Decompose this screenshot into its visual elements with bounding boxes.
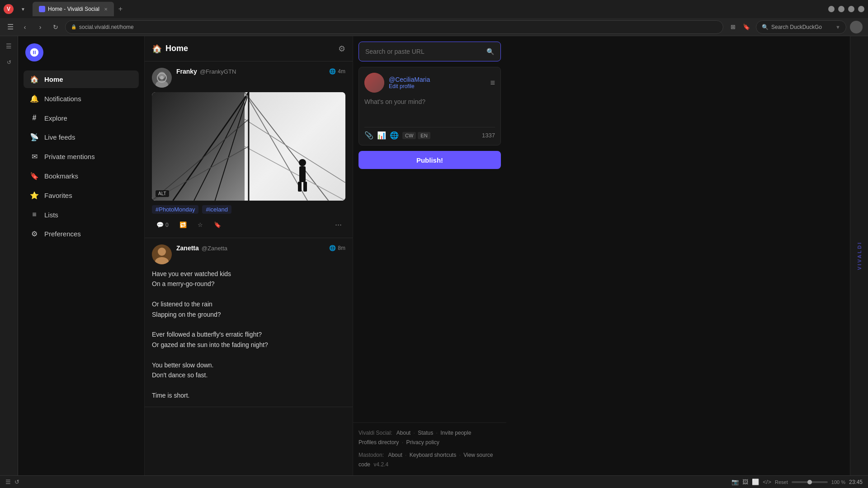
nav-item-lists[interactable]: ≡ Lists bbox=[24, 206, 139, 223]
sidebar-toggle-btn[interactable]: ☰ bbox=[5, 22, 15, 32]
menu-btn[interactable]: ▼ bbox=[17, 3, 29, 15]
profile-avatar-nav[interactable] bbox=[850, 21, 863, 33]
privacy-policy-link[interactable]: Privacy policy bbox=[406, 439, 439, 446]
more-btn-franky[interactable]: ··· bbox=[331, 218, 345, 231]
status-code-icon[interactable]: </> bbox=[763, 479, 771, 485]
compose-user-info: @CeciliaMaria Edit profile bbox=[389, 76, 486, 89]
restore-btn[interactable] bbox=[838, 6, 844, 12]
post-text-zanetta: Have you ever watched kids On a merry-go… bbox=[152, 269, 345, 400]
compose-edit-profile-link[interactable]: Edit profile bbox=[389, 83, 486, 89]
address-bar[interactable]: 🔒 social.vivaldi.net/home bbox=[65, 20, 723, 34]
feed-options-btn[interactable]: ⚙ bbox=[338, 44, 345, 54]
status-screenshot-icon[interactable]: 📷 bbox=[731, 479, 739, 485]
bookmarks-icon: 🔖 bbox=[30, 172, 39, 180]
search-panel[interactable]: 🔍 bbox=[359, 42, 501, 61]
nav-item-bookmarks[interactable]: 🔖 Bookmarks bbox=[24, 167, 139, 185]
poll-btn[interactable]: 📊 bbox=[377, 131, 386, 140]
avatar-franky[interactable] bbox=[152, 68, 172, 88]
nav-item-preferences-label: Preferences bbox=[44, 230, 81, 238]
compose-menu-btn[interactable]: ≡ bbox=[490, 78, 495, 88]
back-btn[interactable]: ‹ bbox=[19, 21, 31, 33]
alt-badge[interactable]: ALT bbox=[156, 190, 169, 197]
status-time: 23:45 bbox=[849, 479, 863, 485]
app-logo bbox=[25, 43, 43, 61]
mastodon-about-link[interactable]: About bbox=[388, 452, 402, 458]
profiles-directory-link[interactable]: Profiles directory bbox=[359, 439, 399, 446]
compose-text-input[interactable] bbox=[364, 98, 495, 125]
reply-icon: 💬 bbox=[156, 221, 164, 228]
zoom-control[interactable] bbox=[792, 481, 828, 483]
vivaldi-sidebar: VIVALDI bbox=[850, 36, 868, 475]
nav-item-live-feeds[interactable]: 📡 Live feeds bbox=[24, 128, 139, 146]
nav-item-notifications[interactable]: 🔔 Notifications bbox=[24, 90, 139, 108]
nav-search-bar[interactable]: 🔍 Search DuckDuckGo ▼ bbox=[756, 20, 846, 34]
nav-item-favorites[interactable]: ⭐ Favorites bbox=[24, 187, 139, 204]
bookmark-save-btn[interactable]: 🔖 bbox=[741, 21, 752, 33]
nav-item-explore[interactable]: # Explore bbox=[24, 109, 139, 127]
notifications-icon: 🔔 bbox=[30, 94, 39, 103]
nav-item-home[interactable]: 🏠 Home bbox=[24, 70, 139, 88]
svg-line-10 bbox=[245, 92, 328, 201]
browser-sidebar-history-btn[interactable]: ↺ bbox=[3, 56, 15, 69]
zoom-slider-thumb bbox=[807, 480, 812, 484]
status-icon-panel[interactable]: ☰ bbox=[5, 479, 11, 485]
emoji-btn[interactable]: 🌐 bbox=[390, 131, 399, 140]
avatar-zanetta[interactable] bbox=[152, 244, 172, 264]
status-image-icon[interactable]: 🖼 bbox=[742, 479, 748, 485]
new-tab-btn[interactable]: + bbox=[116, 4, 125, 14]
boost-btn-franky[interactable]: 🔁 bbox=[175, 219, 191, 231]
search-icon: 🔍 bbox=[762, 24, 769, 30]
favorite-btn-franky[interactable]: ☆ bbox=[193, 219, 208, 231]
author-name-franky: Franky bbox=[176, 68, 197, 75]
status-link[interactable]: Status bbox=[418, 430, 433, 436]
publish-btn[interactable]: Publish! bbox=[359, 151, 501, 169]
close-btn[interactable] bbox=[858, 6, 864, 12]
footer-line-2: Profiles directory · Privacy policy bbox=[359, 438, 501, 448]
svg-line-7 bbox=[215, 92, 249, 201]
active-tab[interactable]: Home - Vivaldi Social ✕ bbox=[33, 2, 114, 16]
main-feed: 🏠 Home ⚙ bbox=[145, 36, 353, 475]
post-card-1: Franky @FrankyGTN 🌐 4m bbox=[145, 61, 353, 238]
about-link[interactable]: About bbox=[396, 430, 410, 436]
tag-photomonday[interactable]: #PhotoMonday bbox=[152, 205, 198, 214]
post-image-franky[interactable]: ALT bbox=[152, 92, 345, 201]
reload-btn[interactable]: ↻ bbox=[50, 21, 61, 33]
en-tag[interactable]: EN bbox=[418, 132, 430, 139]
cw-tag[interactable]: CW bbox=[402, 132, 416, 139]
attach-btn[interactable]: 📎 bbox=[364, 131, 373, 140]
tab-close-btn[interactable]: ✕ bbox=[104, 7, 108, 12]
search-dropdown-btn[interactable]: ▼ bbox=[835, 24, 840, 30]
status-tab-icon[interactable]: ⬜ bbox=[752, 479, 759, 485]
reply-count: 0 bbox=[165, 222, 169, 228]
grid-view-btn[interactable]: ⊞ bbox=[727, 21, 739, 33]
invite-people-link[interactable]: Invite people bbox=[440, 430, 471, 436]
compose-handle: @CeciliaMaria bbox=[389, 76, 486, 83]
tag-iceland[interactable]: #iceland bbox=[202, 205, 231, 214]
keyboard-shortcuts-link[interactable]: Keyboard shortcuts bbox=[410, 452, 456, 458]
nav-item-preferences[interactable]: ⚙ Preferences bbox=[24, 225, 139, 243]
time-text-franky: 4m bbox=[338, 68, 345, 75]
browser-left-sidebar: ☰ ↺ bbox=[0, 36, 18, 475]
compose-cw-en: CW EN bbox=[402, 132, 430, 139]
zoom-slider[interactable] bbox=[792, 481, 828, 483]
nav-item-favorites-label: Favorites bbox=[44, 192, 72, 199]
reset-label[interactable]: Reset bbox=[775, 479, 788, 485]
status-icon-back[interactable]: ↺ bbox=[14, 479, 19, 485]
compose-avatar[interactable] bbox=[364, 73, 384, 93]
minimize-btn[interactable] bbox=[828, 6, 835, 12]
svg-line-5 bbox=[173, 92, 249, 201]
private-mentions-icon: ✉ bbox=[30, 152, 39, 161]
browser-sidebar-panel-btn[interactable]: ☰ bbox=[3, 40, 15, 52]
vivaldi-logo: V bbox=[4, 4, 14, 14]
bookmark-btn-franky[interactable]: 🔖 bbox=[209, 219, 226, 231]
reply-btn-franky[interactable]: 💬 0 bbox=[152, 219, 173, 231]
home-feed-icon: 🏠 bbox=[152, 44, 162, 54]
forward-btn[interactable]: › bbox=[34, 21, 46, 33]
mastodon-label: Mastodon: bbox=[359, 452, 384, 458]
search-panel-icon: 🔍 bbox=[486, 48, 494, 55]
avatar-placeholder-zanetta bbox=[152, 244, 172, 264]
maximize-btn[interactable] bbox=[848, 6, 854, 12]
nav-item-private-mentions[interactable]: ✉ Private mentions bbox=[24, 148, 139, 165]
nav-item-explore-label: Explore bbox=[44, 114, 67, 122]
search-input[interactable] bbox=[365, 48, 483, 55]
